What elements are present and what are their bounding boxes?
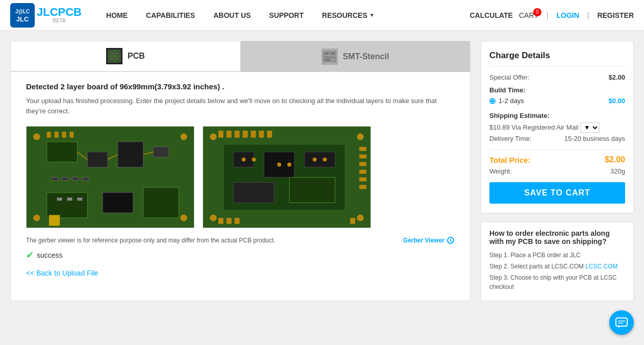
pcb-tab-label: PCB (128, 52, 145, 61)
shipping-dropdown[interactable]: ▼ (580, 122, 600, 133)
svg-rect-42 (77, 198, 82, 201)
svg-rect-5 (110, 52, 113, 55)
svg-rect-37 (47, 192, 88, 218)
order-step-2: Step 2. Select parts at LCSC.COM LCSC.CO… (489, 262, 625, 271)
pcb-back-svg (203, 127, 370, 228)
svg-rect-53 (251, 131, 256, 138)
gerber-viewer-link[interactable]: Gerber Viewer (403, 236, 455, 244)
order-step-3: Step 3. Choose to ship with your PCB at … (489, 273, 625, 291)
svg-rect-7 (110, 57, 113, 60)
weight-row: Weight: 320g (489, 167, 625, 175)
pcb-images (26, 126, 455, 228)
shipping-option-text: $10.89 Via Registered Air Mail (489, 124, 579, 131)
svg-rect-36 (82, 177, 88, 180)
svg-rect-6 (115, 52, 118, 55)
order-parts-title: How to order electronic parts along with… (489, 229, 625, 245)
nav-support[interactable]: SUPPORT (260, 0, 313, 31)
tab-pcb[interactable]: PCB (11, 41, 240, 72)
svg-point-46 (357, 134, 363, 140)
cart-badge: 0 (533, 8, 541, 16)
svg-point-72 (313, 157, 317, 161)
success-icon: ✔ (26, 250, 34, 261)
svg-rect-59 (359, 169, 366, 174)
header-right: CALCULATE CART 0 | LOGIN | REGISTER (469, 11, 634, 19)
success-text: success (37, 251, 63, 259)
gerber-note-row: The gerber viewer is for reference purpo… (26, 236, 455, 244)
save-to-cart-button[interactable]: SAVE TO CART (489, 182, 625, 204)
svg-rect-75 (227, 218, 232, 224)
logo-beta: BETA (37, 18, 82, 23)
right-panel: Charge Details Special Offer: $2.00 Buil… (481, 41, 634, 301)
svg-rect-49 (218, 131, 224, 138)
svg-rect-52 (243, 131, 248, 138)
svg-point-47 (210, 215, 216, 221)
svg-rect-43 (49, 215, 60, 226)
nav-resources[interactable]: RESOURCES ▼ (313, 0, 384, 31)
build-time-radio[interactable] (489, 98, 496, 104)
tab-bar: PCB SMT-Stencil (11, 41, 470, 72)
svg-rect-58 (359, 162, 366, 166)
total-row: Total Price: $2.00 (489, 155, 625, 164)
nav-capabilities[interactable]: CAPABILITIES (137, 0, 204, 31)
svg-rect-61 (359, 185, 366, 189)
svg-rect-54 (259, 131, 264, 138)
pcb-back-image (203, 126, 371, 228)
svg-rect-24 (118, 141, 143, 167)
calculate-button[interactable]: CALCULATE (469, 11, 513, 19)
svg-point-70 (277, 162, 281, 166)
svg-rect-76 (235, 218, 240, 224)
delivery-label: Delivery Time: (489, 135, 531, 142)
main-content: PCB SMT-Stencil Detected 2 layer board o… (0, 31, 644, 311)
svg-rect-41 (67, 198, 72, 201)
svg-rect-30 (55, 132, 59, 138)
order-parts-box: How to order electronic parts along with… (481, 221, 634, 301)
svg-text:JLC: JLC (16, 15, 29, 23)
build-time-row: 1-2 days $0.00 (489, 97, 625, 105)
svg-rect-66 (234, 182, 275, 203)
svg-rect-55 (267, 131, 272, 138)
lcsc-link[interactable]: LCSC.COM (585, 263, 617, 270)
gerber-note-text: The gerber viewer is for reference purpo… (26, 237, 276, 244)
separator: | (547, 11, 549, 19)
main-nav: HOME CAPABILITIES ABOUT US SUPPORT RESOU… (97, 0, 469, 31)
left-panel: PCB SMT-Stencil Detected 2 layer board o… (10, 41, 470, 301)
svg-rect-65 (305, 152, 335, 167)
delivery-value: 15-20 business days (564, 135, 625, 142)
separator2: | (587, 11, 589, 19)
svg-rect-25 (153, 146, 168, 157)
special-offer-row: Special Offer: $2.00 (489, 73, 625, 81)
detection-desc: Your upload has finished processing. Ent… (26, 96, 455, 116)
svg-rect-38 (103, 192, 133, 213)
svg-rect-31 (62, 132, 66, 138)
svg-rect-77 (350, 218, 355, 224)
register-button[interactable]: REGISTER (597, 11, 634, 19)
svg-rect-35 (72, 177, 78, 180)
logo-text-main: JLCPCB (37, 7, 82, 18)
svg-rect-8 (115, 57, 118, 60)
svg-text:J@LC: J@LC (15, 9, 30, 14)
back-to-upload-link[interactable]: << Back to Upload File (26, 269, 98, 277)
detection-title: Detected 2 layer board of 96x99mm(3.79x3… (26, 82, 455, 91)
charge-divider (489, 150, 625, 150)
login-button[interactable]: LOGIN (556, 11, 579, 19)
nav-about[interactable]: ABOUT US (204, 0, 260, 31)
svg-point-21 (181, 215, 187, 221)
svg-point-73 (323, 157, 327, 161)
order-step-1: Step 1. Place a PCB order at JLC (489, 251, 625, 260)
svg-rect-16 (325, 59, 331, 61)
svg-rect-33 (52, 177, 58, 180)
logo[interactable]: J@LC JLC JLCPCB BETA (10, 3, 82, 28)
svg-rect-32 (69, 132, 73, 138)
charge-details-title: Charge Details (489, 51, 625, 66)
content-area: Detected 2 layer board of 96x99mm(3.79x3… (11, 72, 470, 287)
build-time-section: Build Time: 1-2 days $0.00 (489, 86, 625, 105)
gerber-link-icon (447, 236, 455, 244)
cart-button[interactable]: CART 0 (519, 11, 538, 19)
total-label: Total Price: (489, 156, 531, 164)
charge-details-box: Charge Details Special Offer: $2.00 Buil… (481, 41, 634, 213)
header: J@LC JLC JLCPCB BETA HOME CAPABILITIES A… (0, 0, 644, 31)
build-time-option-label: 1-2 days (499, 97, 524, 105)
tab-smt[interactable]: SMT-Stencil (240, 41, 470, 72)
nav-home[interactable]: HOME (97, 0, 137, 31)
svg-point-45 (210, 134, 216, 140)
